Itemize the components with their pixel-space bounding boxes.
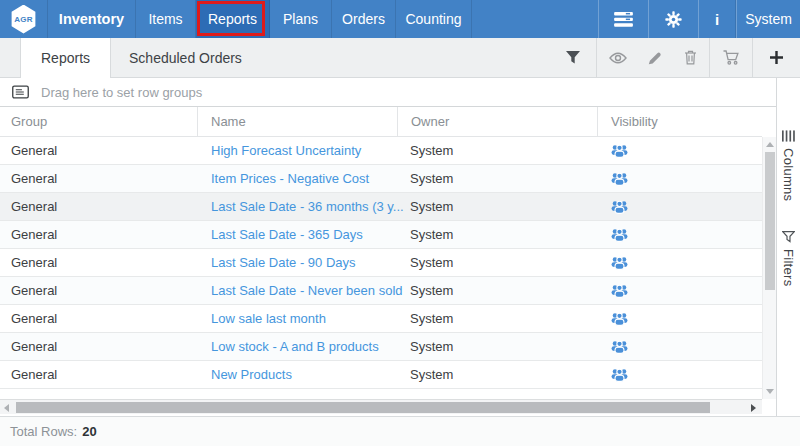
add-button[interactable] <box>753 38 800 77</box>
tool-panel-label: Filters <box>781 249 796 287</box>
table-row[interactable]: General High Forecast Uncertainty System <box>0 137 762 165</box>
edit-button[interactable] <box>639 38 671 77</box>
settings-button[interactable] <box>648 0 698 38</box>
cell-visibility <box>597 361 762 388</box>
report-name-link[interactable]: Last Sale Date - 365 Days <box>211 227 363 242</box>
horizontal-scrollbar[interactable] <box>0 399 762 414</box>
scroll-up-arrow-icon[interactable] <box>766 142 774 147</box>
agr-logo-text: AGR <box>14 15 32 24</box>
table-row[interactable]: General Low stock - A and B products Sys… <box>0 333 762 361</box>
vertical-scrollbar[interactable] <box>762 137 776 399</box>
nav-item-label: Items <box>148 11 182 27</box>
cell-group: General <box>0 249 197 276</box>
tab-label: Scheduled Orders <box>129 50 242 66</box>
table-row[interactable]: General Last Sale Date - 36 months (3 y.… <box>0 193 762 221</box>
column-header-name[interactable]: Name <box>197 107 397 136</box>
nav-item-label: Inventory <box>59 11 124 27</box>
users-icon <box>611 312 628 326</box>
cell-name: High Forecast Uncertainty <box>197 137 397 164</box>
report-name-link[interactable]: Low sale last month <box>211 311 326 326</box>
users-icon <box>611 256 628 270</box>
cell-name: Item Prices - Negative Cost <box>197 165 397 192</box>
column-header-label: Owner <box>411 114 449 129</box>
users-icon <box>611 172 628 186</box>
report-name-link[interactable]: High Forecast Uncertainty <box>211 143 361 158</box>
gear-icon <box>665 11 682 28</box>
columns-icon <box>782 130 795 142</box>
report-name-link[interactable]: New Products <box>211 367 292 382</box>
report-name-link[interactable]: Low stock - A and B products <box>211 339 379 354</box>
cell-group: General <box>0 165 197 192</box>
tab-reports[interactable]: Reports <box>20 38 111 78</box>
horizontal-scrollbar-thumb[interactable] <box>16 402 710 413</box>
system-label: System <box>745 11 792 27</box>
cell-owner: System <box>397 361 597 388</box>
info-button[interactable]: i <box>698 0 736 38</box>
vertical-scrollbar-thumb[interactable] <box>765 152 775 290</box>
server-button[interactable] <box>598 0 648 38</box>
nav-item-inventory[interactable]: Inventory <box>48 0 136 38</box>
report-name-link[interactable]: Last Sale Date - 36 months (3 y... <box>211 199 404 214</box>
tab-label: Reports <box>41 50 90 66</box>
cell-visibility <box>597 137 762 164</box>
column-header-owner[interactable]: Owner <box>397 107 597 136</box>
nav-item-orders[interactable]: Orders <box>332 0 396 38</box>
nav-item-label: Counting <box>405 11 461 27</box>
delete-button[interactable] <box>671 38 709 77</box>
table-header: Group Name Owner Visibility <box>0 107 762 137</box>
cart-icon <box>723 50 740 65</box>
nav-item-label: Plans <box>283 11 318 27</box>
report-toolbar <box>550 38 800 77</box>
cell-owner: System <box>397 221 597 248</box>
preview-button[interactable] <box>597 38 639 77</box>
row-group-drop-zone[interactable]: Drag here to set row groups <box>0 78 776 107</box>
scroll-right-arrow-icon[interactable] <box>751 404 756 412</box>
cell-group: General <box>0 221 197 248</box>
table-row[interactable]: General New Products System <box>0 361 762 389</box>
cart-button[interactable] <box>710 38 752 77</box>
table-row[interactable]: General Item Prices - Negative Cost Syst… <box>0 165 762 193</box>
tool-panel-tab-columns[interactable]: Columns <box>781 130 796 201</box>
filter-button[interactable] <box>550 38 596 77</box>
table-row[interactable]: General Low sale last month System <box>0 305 762 333</box>
column-header-group[interactable]: Group <box>0 107 197 136</box>
cell-name: New Products <box>197 361 397 388</box>
cell-name: Last Sale Date - 36 months (3 y... <box>197 193 397 220</box>
scroll-down-arrow-icon[interactable] <box>766 389 774 394</box>
nav-item-label: Reports <box>208 11 257 27</box>
report-name-link[interactable]: Last Sale Date - Never been sold <box>211 283 403 298</box>
total-rows-value: 20 <box>82 424 96 439</box>
report-name-link[interactable]: Item Prices - Negative Cost <box>211 171 369 186</box>
nav-item-items[interactable]: Items <box>136 0 196 38</box>
tab-scheduled-orders[interactable]: Scheduled Orders <box>111 38 260 77</box>
cell-name: Low stock - A and B products <box>197 333 397 360</box>
tool-panel-label: Columns <box>781 148 796 201</box>
nav-item-plans[interactable]: Plans <box>270 0 332 38</box>
pencil-icon <box>648 51 662 65</box>
table-row[interactable]: General Last Sale Date - 365 Days System <box>0 221 762 249</box>
cell-name: Last Sale Date - 365 Days <box>197 221 397 248</box>
tool-panel-tabs: Columns Filters <box>776 78 800 416</box>
cell-visibility <box>597 249 762 276</box>
cell-visibility <box>597 165 762 192</box>
navbar-spacer <box>472 0 598 38</box>
cell-owner: System <box>397 305 597 332</box>
total-rows-label: Total Rows: <box>10 424 77 439</box>
agr-logo[interactable]: AGR <box>0 0 48 38</box>
table-row[interactable]: General Last Sale Date - Never been sold… <box>0 277 762 305</box>
report-name-link[interactable]: Last Sale Date - 90 Days <box>211 255 356 270</box>
scroll-left-arrow-icon[interactable] <box>4 404 9 412</box>
column-header-label: Group <box>11 114 47 129</box>
nav-item-reports[interactable]: Reports <box>196 0 270 38</box>
cell-group: General <box>0 305 197 332</box>
system-menu[interactable]: System <box>736 0 800 38</box>
column-header-visibility[interactable]: Visibility <box>597 107 762 136</box>
nav-item-counting[interactable]: Counting <box>396 0 472 38</box>
users-icon <box>611 284 628 298</box>
cell-visibility <box>597 305 762 332</box>
users-icon <box>611 228 628 242</box>
table-row[interactable]: General Last Sale Date - 90 Days System <box>0 249 762 277</box>
top-navbar: AGR Inventory Items Reports Plans Orders… <box>0 0 800 38</box>
tool-panel-tab-filters[interactable]: Filters <box>781 231 796 287</box>
cell-name: Low sale last month <box>197 305 397 332</box>
